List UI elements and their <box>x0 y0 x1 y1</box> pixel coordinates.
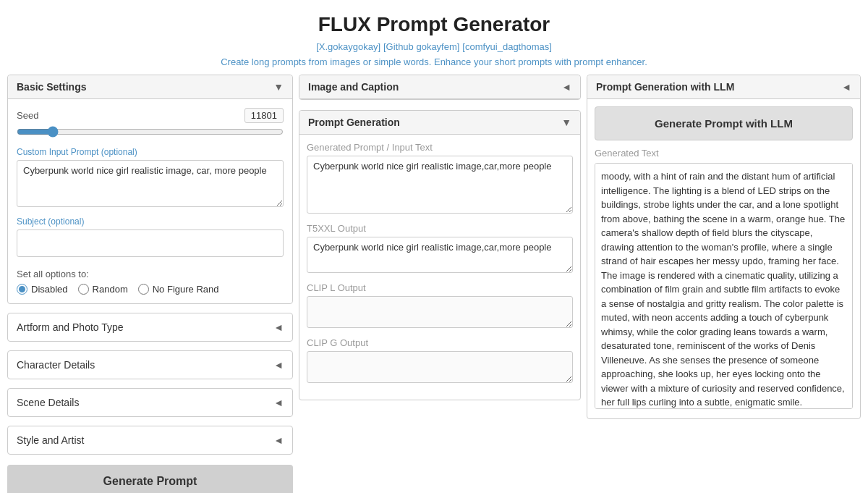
style-arrow: ◄ <box>273 434 284 446</box>
prompt-generation-header[interactable]: Prompt Generation ▼ <box>299 111 580 135</box>
image-caption-title: Image and Caption <box>308 81 399 93</box>
subject-input[interactable] <box>17 229 284 257</box>
prompt-generation-title: Prompt Generation <box>308 117 400 128</box>
header-subtitle: Create long prompts from images or simpl… <box>14 56 854 67</box>
radio-nofigurerand-label: No Figure Rand <box>153 284 219 295</box>
seed-value: 11801 <box>244 108 284 123</box>
t5xxl-textarea[interactable] <box>307 237 573 273</box>
character-section[interactable]: Character Details ◄ <box>7 350 293 379</box>
generated-text-label: Generated Text <box>595 148 853 159</box>
scene-arrow: ◄ <box>273 397 284 408</box>
header-links: [X.gokaygokay] [Github gokayfem] [comfyu… <box>14 41 854 52</box>
right-column: Prompt Generation with LLM ◄ Generate Pr… <box>587 75 861 493</box>
basic-settings-panel: Basic Settings ▼ Seed 11801 Custom Input… <box>7 75 293 304</box>
llm-panel-title: Prompt Generation with LLM <box>596 81 734 93</box>
basic-settings-title: Basic Settings <box>17 81 86 93</box>
prompt-generation-toggle[interactable]: ▼ <box>561 117 571 128</box>
llm-panel-body: Generate Prompt with LLM Generated Text <box>587 99 860 418</box>
radio-disabled-input[interactable] <box>17 284 27 295</box>
page-title: FLUX Prompt Generator <box>14 13 854 36</box>
custom-prompt-label: Custom Input Prompt (optional) <box>17 147 284 157</box>
subtitle-prefix: Create long prompts from images or simpl… <box>221 56 434 67</box>
artform-section[interactable]: Artform and Photo Type ◄ <box>7 313 293 342</box>
link-x[interactable]: [X.gokaygokay] <box>316 41 380 52</box>
radio-random-label: Random <box>93 284 128 295</box>
link-comfyui[interactable]: [comfyui_dagthomas] <box>462 41 552 52</box>
radio-group: Disabled Random No Figure Rand <box>17 284 284 295</box>
seed-row: Seed 11801 <box>17 108 284 123</box>
style-title: Style and Artist <box>17 434 84 446</box>
middle-column: Image and Caption ◄ Prompt Generation ▼ … <box>299 75 581 493</box>
character-title: Character Details <box>17 359 95 371</box>
image-caption-toggle[interactable]: ◄ <box>561 81 571 93</box>
subtitle-highlight: Enhance your short prompts with prompt e… <box>434 56 647 67</box>
llm-panel-toggle[interactable]: ◄ <box>841 81 851 93</box>
main-layout: Basic Settings ▼ Seed 11801 Custom Input… <box>0 75 868 493</box>
generated-prompt-textarea[interactable] <box>307 156 573 214</box>
llm-panel-header[interactable]: Prompt Generation with LLM ◄ <box>587 75 860 99</box>
basic-settings-toggle[interactable]: ▼ <box>273 81 284 93</box>
prompt-generation-panel: Prompt Generation ▼ Generated Prompt / I… <box>299 110 581 400</box>
radio-disabled-label: Disabled <box>31 284 68 295</box>
llm-generate-button[interactable]: Generate Prompt with LLM <box>595 106 853 140</box>
generated-text-textarea[interactable] <box>595 163 853 409</box>
seed-slider-container <box>17 126 284 140</box>
basic-settings-header[interactable]: Basic Settings ▼ <box>8 75 292 99</box>
generate-prompt-button[interactable]: Generate Prompt <box>7 465 293 493</box>
link-github[interactable]: [Github gokayfem] <box>383 41 460 52</box>
scene-section[interactable]: Scene Details ◄ <box>7 388 293 417</box>
seed-label: Seed <box>17 110 38 121</box>
radio-nofigurerand-input[interactable] <box>138 284 149 295</box>
radio-disabled[interactable]: Disabled <box>17 284 68 295</box>
t5xxl-label: T5XXL Output <box>307 223 573 234</box>
left-column: Basic Settings ▼ Seed 11801 Custom Input… <box>7 75 293 493</box>
clip-g-label: CLIP G Output <box>307 337 573 348</box>
generated-prompt-label: Generated Prompt / Input Text <box>307 142 573 153</box>
artform-title: Artform and Photo Type <box>17 321 124 333</box>
image-caption-header[interactable]: Image and Caption ◄ <box>299 75 580 99</box>
image-caption-panel: Image and Caption ◄ <box>299 75 581 100</box>
clip-l-label: CLIP L Output <box>307 282 573 293</box>
prompt-generation-body: Generated Prompt / Input Text T5XXL Outp… <box>299 135 580 400</box>
artform-arrow: ◄ <box>273 321 284 333</box>
radio-random-input[interactable] <box>78 284 89 295</box>
llm-panel: Prompt Generation with LLM ◄ Generate Pr… <box>587 75 861 419</box>
subject-label: Subject (optional) <box>17 216 284 227</box>
radio-random[interactable]: Random <box>78 284 128 295</box>
clip-g-textarea[interactable] <box>307 351 573 383</box>
set-all-row: Set all options to: Disabled Random N <box>17 269 284 295</box>
clip-l-textarea[interactable] <box>307 296 573 328</box>
page-header: FLUX Prompt Generator [X.gokaygokay] [Gi… <box>0 0 868 75</box>
scene-title: Scene Details <box>17 397 79 408</box>
style-section[interactable]: Style and Artist ◄ <box>7 426 293 455</box>
character-arrow: ◄ <box>273 359 284 371</box>
custom-prompt-input[interactable] <box>17 160 284 207</box>
radio-nofigurerand[interactable]: No Figure Rand <box>138 284 219 295</box>
seed-slider[interactable] <box>17 126 284 138</box>
basic-settings-body: Seed 11801 Custom Input Prompt (optional… <box>8 99 292 303</box>
set-all-label: Set all options to: <box>17 269 284 279</box>
